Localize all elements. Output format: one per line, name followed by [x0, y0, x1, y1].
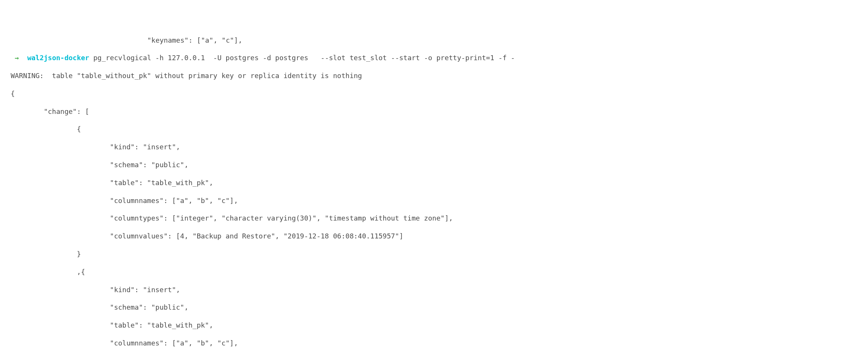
json-output-line: "table": "table_with_pk",: [11, 178, 868, 187]
json-output-line: ,{: [11, 267, 868, 276]
json-output-line: "kind": "insert",: [11, 285, 868, 294]
json-output-line: "schema": "public",: [11, 303, 868, 312]
json-output-line: "change": [: [11, 107, 868, 116]
json-output-line: "table": "table_with_pk",: [11, 321, 868, 329]
json-output-line: }: [11, 249, 868, 258]
json-output-line: "columnnames": ["a", "b", "c"],: [11, 339, 868, 347]
json-output-line: "schema": "public",: [11, 160, 868, 169]
prompt-arrow-icon: →: [15, 54, 19, 62]
json-output-line: {: [11, 89, 868, 98]
prompt-line[interactable]: → wal2json-docker pg_recvlogical -h 127.…: [11, 53, 868, 62]
json-output-line: "columnvalues": [4, "Backup and Restore"…: [11, 232, 868, 240]
warning-line: WARNING: table "table_without_pk" withou…: [11, 71, 868, 80]
partial-top-line: "keynames": ["a", "c"],: [147, 36, 868, 45]
json-output-line: "columnnames": ["a", "b", "c"],: [11, 196, 868, 205]
command-text: pg_recvlogical -h 127.0.0.1 -U postgres …: [93, 54, 515, 62]
working-directory: wal2json-docker: [27, 54, 89, 62]
json-output-line: "kind": "insert",: [11, 142, 868, 151]
json-output-line: "columntypes": ["integer", "character va…: [11, 214, 868, 222]
json-output-line: {: [11, 125, 868, 133]
